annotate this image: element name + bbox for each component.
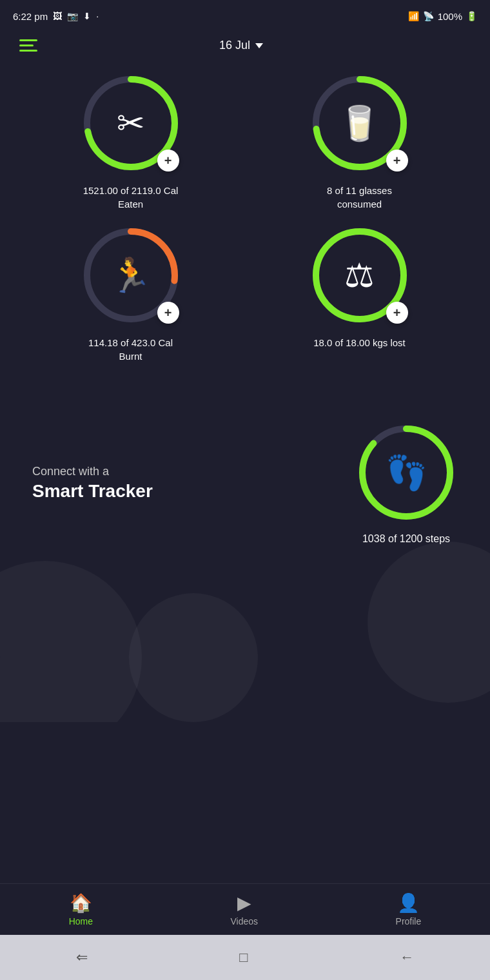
menu-button[interactable] <box>19 39 37 52</box>
videos-icon: ▶ <box>237 892 251 914</box>
weight-add-button[interactable]: + <box>386 302 408 324</box>
water-add-button[interactable]: + <box>386 150 408 172</box>
calories-burnt-add-button[interactable]: + <box>157 302 179 324</box>
calories-burnt-card: 🏃 + 114.18 of 423.0 CalBurnt <box>19 224 242 363</box>
weight-card: ⚖ + 18.0 of 18.00 kgs lost <box>248 224 471 363</box>
battery-icon: 🔋 <box>466 11 477 21</box>
download-icon: ⬇ <box>83 11 91 21</box>
water-icon: 🥛 <box>338 104 380 143</box>
background-decoration <box>0 529 490 722</box>
nav-item-videos[interactable]: ▶ Videos <box>218 887 271 932</box>
water-label: 8 of 11 glassesconsumed <box>327 184 392 211</box>
calories-burnt-circle: 🏃 + <box>79 224 182 327</box>
date-display: 16 Jul <box>219 39 250 52</box>
time-display: 6:22 pm <box>13 11 48 22</box>
recent-apps-button[interactable]: ⇐ <box>76 949 88 966</box>
nav-item-home[interactable]: 🏠 Home <box>56 887 106 932</box>
water-card: 🥛 + 8 of 11 glassesconsumed <box>248 72 471 211</box>
calories-burnt-icon: 🏃 <box>110 256 152 295</box>
calories-burnt-label: 114.18 of 423.0 CalBurnt <box>88 336 173 363</box>
main-content: ✂ + 1521.00 of 2119.0 CalEaten 🥛 + 8 of … <box>0 65 490 558</box>
calories-eaten-card: ✂ + 1521.00 of 2119.0 CalEaten <box>19 72 242 211</box>
nav-item-profile[interactable]: 👤 Profile <box>383 887 435 932</box>
status-left: 6:22 pm 🖼 📷 ⬇ · <box>13 11 99 22</box>
profile-icon: 👤 <box>397 892 420 914</box>
date-selector[interactable]: 16 Jul <box>219 39 263 52</box>
steps-card: 👣 1038 of 1200 steps <box>355 421 458 545</box>
steps-label: 1038 of 1200 steps <box>362 533 450 545</box>
signal-icon: 📡 <box>423 11 434 21</box>
system-nav-bar: ⇐ □ ← <box>0 935 490 980</box>
steps-icon: 👣 <box>386 453 427 493</box>
weight-circle: ⚖ + <box>308 224 411 327</box>
calories-eaten-icon: ✂ <box>117 104 145 142</box>
status-right: 📶 📡 100% 🔋 <box>408 11 477 22</box>
menu-line-3 <box>19 50 37 52</box>
home-button[interactable]: □ <box>239 949 248 966</box>
camera-icon: 📷 <box>67 11 78 21</box>
dot-icon: · <box>96 11 99 21</box>
metric-grid: ✂ + 1521.00 of 2119.0 CalEaten 🥛 + 8 of … <box>13 65 477 369</box>
header: 16 Jul <box>0 32 490 65</box>
calories-eaten-label: 1521.00 of 2119.0 CalEaten <box>83 184 179 211</box>
nav-home-label: Home <box>69 916 93 926</box>
nav-videos-label: Videos <box>231 916 259 926</box>
home-icon: 🏠 <box>70 892 92 914</box>
nav-profile-label: Profile <box>396 916 422 926</box>
status-bar: 6:22 pm 🖼 📷 ⬇ · 📶 📡 100% 🔋 <box>0 0 490 32</box>
tracker-name: Smart Tracker <box>32 481 153 502</box>
water-circle: 🥛 + <box>308 72 411 175</box>
tracker-text: Connect with a Smart Tracker <box>32 465 153 502</box>
weight-icon: ⚖ <box>344 256 375 295</box>
steps-circle: 👣 <box>355 421 458 524</box>
calories-eaten-circle: ✂ + <box>79 72 182 175</box>
menu-line-1 <box>19 39 37 41</box>
tracker-connect-text: Connect with a <box>32 465 153 478</box>
bottom-nav: 🏠 Home ▶ Videos 👤 Profile <box>0 883 490 935</box>
calories-eaten-add-button[interactable]: + <box>157 150 179 172</box>
battery-percent: 100% <box>438 11 462 22</box>
chevron-down-icon <box>255 43 263 48</box>
smart-tracker-section: Connect with a Smart Tracker 👣 1038 of 1… <box>13 395 477 558</box>
menu-line-2 <box>19 44 34 46</box>
back-button[interactable]: ← <box>400 949 414 966</box>
gallery-icon: 🖼 <box>53 11 62 21</box>
weight-label: 18.0 of 18.00 kgs lost <box>313 336 406 349</box>
wifi-icon: 📶 <box>408 11 419 21</box>
